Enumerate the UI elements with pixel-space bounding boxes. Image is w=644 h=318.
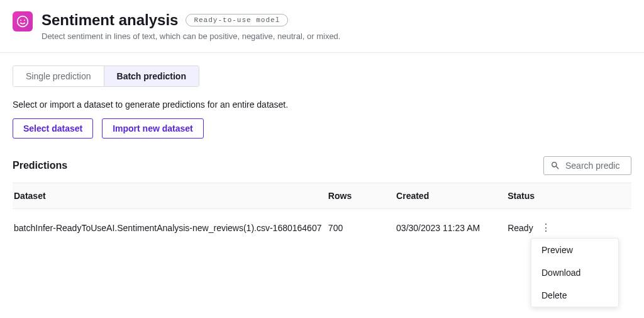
select-dataset-button[interactable]: Select dataset	[13, 118, 93, 139]
help-text: Select or import a dataset to generate p…	[13, 99, 631, 110]
search-icon	[550, 161, 560, 171]
tab-single-prediction[interactable]: Single prediction	[13, 66, 104, 86]
row-actions-button[interactable]: ⋮	[536, 219, 556, 236]
cell-rows: 700	[328, 209, 396, 247]
row-actions-menu: Preview Download Delete	[531, 238, 619, 307]
menu-delete[interactable]: Delete	[531, 284, 618, 307]
import-dataset-button[interactable]: Import new dataset	[102, 118, 204, 139]
cell-created: 03/30/2023 11:23 AM	[396, 209, 508, 247]
col-created: Created	[396, 183, 508, 209]
search-input[interactable]: Search predic	[543, 156, 631, 175]
page-subtitle: Detect sentiment in lines of text, which…	[42, 31, 631, 41]
prediction-tabs: Single prediction Batch prediction	[13, 65, 199, 87]
svg-point-1	[20, 20, 21, 21]
col-rows: Rows	[328, 183, 396, 209]
menu-download[interactable]: Download	[531, 261, 618, 284]
col-status: Status	[508, 183, 631, 209]
svg-point-0	[18, 16, 28, 27]
search-placeholder: Search predic	[565, 161, 619, 171]
predictions-table: Dataset Rows Created Status batchInfer-R…	[13, 183, 631, 246]
sentiment-icon	[13, 11, 33, 31]
model-badge: Ready-to-use model	[186, 14, 288, 26]
tab-batch-prediction[interactable]: Batch prediction	[104, 66, 199, 86]
col-dataset: Dataset	[13, 183, 328, 209]
menu-preview[interactable]: Preview	[531, 239, 618, 261]
predictions-title: Predictions	[13, 160, 67, 171]
page-title: Sentiment analysis	[42, 11, 178, 29]
svg-point-2	[24, 20, 25, 21]
page-header: Sentiment analysis Ready-to-use model De…	[0, 0, 644, 53]
cell-dataset: batchInfer-ReadyToUseAI.SentimentAnalysi…	[13, 209, 328, 247]
